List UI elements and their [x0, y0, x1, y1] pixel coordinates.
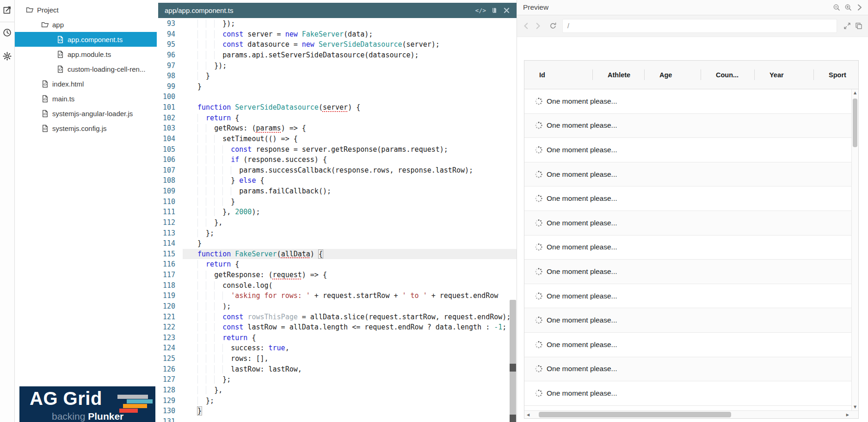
- compose-icon[interactable]: [0, 2, 14, 18]
- code-token: (data);: [344, 30, 373, 38]
- zoom-in-icon[interactable]: [844, 4, 852, 11]
- fullscreen-icon[interactable]: [843, 22, 851, 30]
- grid-loading-row: One moment please...: [524, 381, 851, 406]
- indent-guides: [197, 208, 222, 216]
- code-token: function: [197, 103, 231, 112]
- code-line-text: return {: [183, 113, 517, 124]
- indent-guides: [197, 51, 222, 59]
- scroll-up-icon[interactable]: ▲: [854, 91, 856, 95]
- grid-header-cell[interactable]: Sport: [814, 61, 858, 89]
- loading-spinner-icon: [535, 243, 547, 251]
- zoom-out-icon[interactable]: [833, 4, 840, 11]
- code-line-text: params.successCallback(response.rows, re…: [183, 165, 517, 176]
- grid-header-cell[interactable]: Age: [645, 61, 701, 89]
- grid-loading-row: One moment please...: [524, 357, 851, 382]
- loading-text: One moment please...: [547, 341, 617, 349]
- code-token: ' to ': [402, 292, 427, 300]
- ag-grid-sponsor-banner[interactable]: AG Grid backing Plunker: [19, 386, 155, 422]
- grid-header-cell[interactable]: Year: [755, 61, 814, 89]
- tree-item-label: app.module.ts: [68, 50, 111, 58]
- tree-item[interactable]: custom-loading-cell-ren...: [15, 62, 157, 76]
- indent-guides: [197, 323, 222, 331]
- code-line: 121 const rowsThisPage = allData.slice(r…: [157, 312, 517, 323]
- code-line: 111 }, 2000);: [157, 207, 517, 217]
- grid-loading-row: One moment please...: [524, 114, 851, 138]
- docs-icon[interactable]: [491, 7, 498, 14]
- line-number: 128: [157, 385, 183, 396]
- grid-loading-row: One moment please...: [524, 236, 851, 260]
- code-line-text: return {: [183, 259, 517, 270]
- code-line-text: }: [183, 197, 517, 207]
- line-number: 113: [157, 228, 183, 239]
- collapse-panel-icon[interactable]: [856, 4, 863, 11]
- folder-icon: [41, 21, 52, 29]
- code-token: -1: [494, 323, 502, 331]
- code-token: );: [252, 208, 260, 216]
- line-number: 101: [157, 102, 183, 113]
- code-token: lastRow = allData.length <= request.endR…: [243, 323, 494, 331]
- file-icon: [56, 36, 68, 43]
- tree-item[interactable]: Project: [15, 2, 157, 17]
- tree-item-label: app.component.ts: [68, 36, 123, 43]
- forward-icon[interactable]: [534, 22, 542, 30]
- grid-header-row: IdAthleteAgeCoun...YearSport: [524, 61, 858, 89]
- ag-grid-table: IdAthleteAgeCoun...YearSport One moment …: [524, 60, 859, 419]
- code-toggle-icon[interactable]: </>: [475, 7, 486, 14]
- line-number: 93: [157, 19, 183, 29]
- close-icon[interactable]: [503, 7, 510, 14]
- history-icon[interactable]: [0, 25, 14, 40]
- code-line: 98 }: [157, 71, 517, 81]
- loading-text: One moment please...: [547, 292, 617, 300]
- preview-titlebar: Preview: [517, 0, 868, 15]
- line-number: 102: [157, 113, 183, 124]
- copy-icon[interactable]: [855, 22, 862, 30]
- code-token: + request.startRow +: [310, 292, 402, 300]
- preview-url-field[interactable]: /: [562, 19, 837, 33]
- tree-item[interactable]: main.ts: [15, 91, 157, 106]
- refresh-icon[interactable]: [549, 22, 557, 30]
- grid-header-cell[interactable]: Id: [524, 61, 593, 89]
- code-line: 122 const lastRow = allData.length <= re…: [157, 322, 517, 333]
- grid-vscroll-thumb[interactable]: [853, 99, 857, 147]
- grid-header-cell[interactable]: Coun...: [701, 61, 755, 89]
- tree-item[interactable]: app: [15, 17, 157, 32]
- tree-item[interactable]: systemjs-angular-loader.js: [15, 106, 157, 121]
- code-line-text: };: [183, 228, 517, 239]
- strip-divider: [0, 22, 14, 22]
- code-token: lastRow: lastRow,: [231, 365, 302, 373]
- grid-horizontal-scrollbar[interactable]: ◀ ▶: [524, 410, 858, 418]
- grid-vertical-scrollbar[interactable]: ▲ ▼: [851, 89, 858, 410]
- grid-header-cell[interactable]: Athlete: [593, 61, 645, 89]
- tree-item-label: index.html: [52, 80, 84, 88]
- tree-item[interactable]: app.component.ts: [15, 32, 157, 47]
- scroll-down-icon[interactable]: ▼: [854, 405, 856, 409]
- code-line-text: }, 2000);: [183, 207, 517, 217]
- line-number: 105: [157, 144, 183, 155]
- code-token: };: [222, 375, 231, 384]
- code-token: [314, 40, 319, 49]
- grid-hscroll-thumb[interactable]: [539, 412, 731, 417]
- file-icon: [41, 95, 52, 103]
- back-icon[interactable]: [523, 22, 530, 30]
- code-area[interactable]: 93 });94 const server = new FakeServer(d…: [157, 19, 517, 422]
- line-number: 98: [157, 71, 183, 81]
- tree-item[interactable]: systemjs.config.js: [15, 121, 157, 136]
- tree-item[interactable]: index.html: [15, 76, 157, 91]
- code-line-text: });: [183, 19, 517, 29]
- loading-spinner-icon: [535, 170, 547, 179]
- indent-guides: [197, 375, 222, 384]
- scroll-left-icon[interactable]: ◀: [527, 413, 529, 417]
- line-number: 125: [157, 354, 183, 364]
- code-line: 94 const server = new FakeServer(data);: [157, 29, 517, 40]
- indent-guides: [197, 365, 231, 373]
- tree-item[interactable]: app.module.ts: [15, 47, 157, 62]
- file-tree-rows: Projectappapp.component.tsapp.module.tsc…: [15, 0, 157, 136]
- code-line: 131: [157, 416, 517, 422]
- settings-icon[interactable]: [0, 48, 14, 64]
- grid-loading-row: One moment please...: [524, 260, 851, 284]
- code-editor-panel: app/app.component.ts </> 93 });94 const …: [157, 0, 517, 422]
- scroll-right-icon[interactable]: ▶: [846, 413, 849, 417]
- editor-vertical-scrollbar-thumb[interactable]: [510, 300, 516, 422]
- code-line-text: params.api.setServerSideDatasource(datas…: [183, 50, 517, 61]
- line-number: 118: [157, 280, 183, 291]
